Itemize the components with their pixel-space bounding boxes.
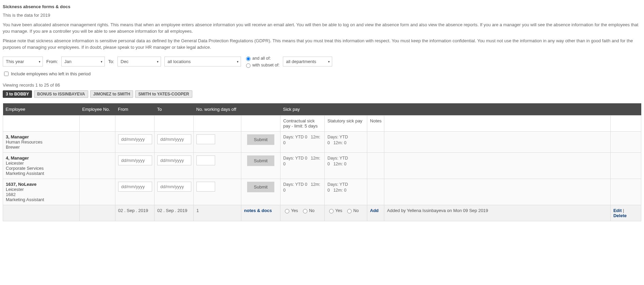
pager: 3 to BOBBY BONUS to ISSINBAYEVA JIMONEZ …: [3, 90, 641, 98]
employee-detail: Human Resources: [6, 139, 77, 145]
from-month-select[interactable]: Jan: [61, 57, 105, 66]
submit-button[interactable]: Submit: [247, 155, 274, 166]
to-month-select[interactable]: Dec: [117, 57, 161, 66]
page-title: Sickness absence forms & docs: [3, 4, 641, 9]
cell-to: [155, 131, 194, 152]
existing-days: 1: [194, 205, 241, 221]
employee-detail: Marketing Assistant: [6, 171, 77, 176]
cell-employee-no: [80, 179, 115, 205]
to-date-input[interactable]: [157, 155, 191, 165]
cell-actions: [610, 179, 641, 205]
cell-to: [155, 179, 194, 205]
cell-from: [115, 131, 155, 152]
cell-actions: [610, 152, 641, 179]
cell-days: [194, 131, 241, 152]
delete-link[interactable]: Delete: [613, 213, 627, 218]
days-off-input[interactable]: [196, 134, 215, 144]
cell-notes-docs: notes & docs: [241, 205, 280, 221]
to-date-input[interactable]: [157, 134, 191, 144]
employee-detail: Leicester: [6, 187, 77, 192]
employee-detail: Leicester: [6, 161, 77, 166]
absence-table: Employee Employee No. From To No. workin…: [3, 103, 641, 221]
filter-row: This year From: Jan To: Dec all location…: [3, 56, 641, 68]
cell-notes: [367, 131, 384, 152]
pager-btn[interactable]: JIMONEZ to SMITH: [90, 90, 133, 98]
th-statutory: Statutory sick pay: [325, 115, 367, 131]
notes-docs-link[interactable]: notes & docs: [244, 208, 272, 213]
cell-submit: Submit: [241, 179, 280, 205]
cell-notes: [367, 152, 384, 179]
sick-pay-summary: Days: YTD 0 12m: 0: [283, 134, 322, 146]
th-notes: Notes: [367, 115, 384, 131]
employee-detail: Marketing Assistant: [6, 197, 77, 202]
department-select[interactable]: all departments: [283, 57, 332, 66]
sick-pay-summary: Days: YTD 0 12m: 0: [327, 155, 364, 167]
from-date-input[interactable]: [118, 182, 152, 192]
submit-button[interactable]: Submit: [247, 182, 274, 192]
cell-add: Add: [367, 205, 384, 221]
th-days-off: No. working days off: [194, 103, 280, 116]
statutory-yes[interactable]: Yes: [327, 208, 342, 213]
contractual-no[interactable]: No: [301, 208, 315, 213]
from-date-input[interactable]: [118, 134, 152, 144]
add-note-link[interactable]: Add: [370, 208, 379, 213]
cell-employee-no: [80, 152, 115, 179]
employee-detail: 1682: [6, 192, 77, 197]
submit-button[interactable]: Submit: [247, 134, 274, 145]
cell-actions: Edit | Delete: [610, 205, 641, 221]
th-employee: Employee: [3, 103, 80, 116]
cell-submit: Submit: [241, 152, 280, 179]
radio-with-subset-of[interactable]: with subset of:: [244, 62, 279, 68]
intro-gdpr: Please note that sickness absence inform…: [3, 38, 641, 51]
existing-absence-row: 02 . Sep . 2019 02 . Sep . 2019 1 notes …: [3, 205, 641, 221]
th-contractual: Contractual sick pay - limit: 5 days: [280, 115, 325, 131]
edit-link[interactable]: Edit: [613, 208, 622, 213]
period-select[interactable]: This year: [3, 57, 43, 66]
sick-pay-summary: Days: YTD 0 12m: 0: [327, 182, 364, 194]
pager-btn-active[interactable]: 3 to BOBBY: [3, 90, 32, 98]
employee-detail: Brewer: [6, 145, 77, 150]
employee-name: 1637, NoLeave: [6, 182, 77, 187]
intro-year: This is the data for 2019: [3, 12, 641, 19]
days-off-input[interactable]: [196, 155, 215, 165]
statutory-no[interactable]: No: [345, 208, 359, 213]
table-row: 4, Manager LeicesterCorporate ServicesMa…: [3, 152, 641, 179]
cell-submit: Submit: [241, 131, 280, 152]
cell-days: [194, 179, 241, 205]
sick-pay-summary: Days: YTD 0 12m: 0: [327, 134, 364, 146]
cell-statutory: Days: YTD 0 12m: 0: [325, 131, 367, 152]
to-date-input[interactable]: [157, 182, 191, 192]
cell-note-text: [384, 131, 611, 152]
employee-name: 3, Manager: [6, 134, 77, 139]
sick-pay-summary: Days: YTD 0 12m: 0: [283, 182, 322, 194]
table-row: 1637, NoLeave Leicester1682Marketing Ass…: [3, 179, 641, 205]
include-left-checkbox[interactable]: Include employees who left in this perio…: [3, 71, 91, 77]
days-off-input[interactable]: [196, 182, 215, 192]
contractual-yes[interactable]: Yes: [283, 208, 298, 213]
table-row: 3, Manager Human ResourcesBrewer Submit …: [3, 131, 641, 152]
cell-to: [155, 152, 194, 179]
cell-contractual-yn: Yes No: [280, 205, 325, 221]
intro-rights: You have been allocated absence manageme…: [3, 21, 641, 35]
viewing-text: Viewing records 1 to 25 of 86: [3, 82, 641, 88]
cell-note-text: [384, 152, 611, 179]
cell-note-text: [384, 179, 611, 205]
cell-statutory: Days: YTD 0 12m: 0: [325, 179, 367, 205]
pager-btn[interactable]: SMITH to YATES-COOPER: [135, 90, 192, 98]
cell-contractual: Days: YTD 0 12m: 0: [280, 131, 325, 152]
cell-contractual: Days: YTD 0 12m: 0: [280, 179, 325, 205]
location-select[interactable]: all locations: [164, 57, 241, 66]
cell-employee: 1637, NoLeave Leicester1682Marketing Ass…: [3, 179, 80, 205]
th-employee-no: Employee No.: [80, 103, 115, 116]
cell-employee: 3, Manager Human ResourcesBrewer: [3, 131, 80, 152]
radio-and-all-of[interactable]: and all of:: [244, 56, 279, 61]
from-label: From:: [46, 59, 58, 64]
header-row-sub: Contractual sick pay - limit: 5 days Sta…: [3, 115, 641, 131]
cell-contractual: Days: YTD 0 12m: 0: [280, 152, 325, 179]
header-row-main: Employee Employee No. From To No. workin…: [3, 103, 641, 116]
from-date-input[interactable]: [118, 155, 152, 165]
cell-statutory-yn: Yes No: [325, 205, 367, 221]
pager-btn[interactable]: BONUS to ISSINBAYEVA: [34, 90, 88, 98]
cell-note-text: Added by Yellena Issinbayeva on Mon 09 S…: [384, 205, 611, 221]
cell-employee: 4, Manager LeicesterCorporate ServicesMa…: [3, 152, 80, 179]
